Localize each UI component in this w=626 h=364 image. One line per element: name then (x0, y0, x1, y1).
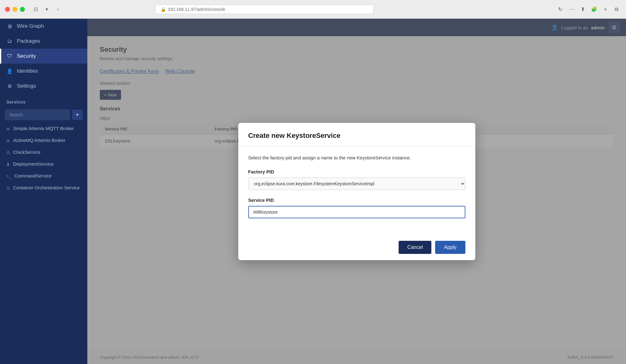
factory-pid-label: Factory PID (248, 169, 465, 174)
terminal-icon: >_ (6, 174, 11, 179)
menu-icon[interactable]: ⋯ (567, 5, 576, 14)
service-pid-group: Service PID (248, 197, 465, 218)
browser-controls: ⊡ ▾ ‹ (31, 5, 62, 14)
close-traffic-light[interactable] (5, 7, 10, 12)
modal-footer: Cancel Apply (238, 235, 475, 260)
sidebar-item-container-orchestration[interactable]: ⊙ Container Orchestration Service (0, 182, 87, 194)
packages-icon: 🗂 (6, 38, 13, 44)
container-icon: ⊙ (6, 186, 10, 191)
services-section-label: Services (0, 94, 87, 107)
service-label: CommandService (14, 173, 51, 178)
add-service-button[interactable]: + (72, 110, 82, 120)
sidebar-item-command-service[interactable]: >_ CommandService (0, 170, 87, 182)
minimize-traffic-light[interactable] (12, 7, 17, 12)
sidebar-item-settings[interactable]: ⚙ Settings (0, 79, 87, 94)
sidebar-item-packages[interactable]: 🗂 Packages (0, 34, 87, 49)
chevron-down-btn[interactable]: ▾ (42, 5, 51, 14)
service-label: ClockService (13, 149, 41, 155)
main-content: 👤 Logged in as admin ⚙ Security Review a… (87, 19, 626, 364)
sidebar-item-identities[interactable]: 👤 Identities (0, 64, 87, 79)
services-search-row: + (0, 107, 87, 123)
sidebar-item-label: Identities (17, 68, 38, 74)
modal-header: Create new KeystoreService (238, 123, 475, 146)
back-btn[interactable]: ‹ (54, 5, 62, 14)
service-label: DeploymentService (13, 161, 54, 167)
address-bar[interactable]: 🔒 192.168.11.97/admin/console (155, 5, 374, 14)
activemq-icon: ≋ (6, 138, 10, 143)
sidebar-item-activemq[interactable]: ≋ ActiveMQ Artemis Broker (0, 134, 87, 146)
mqtt-icon: ≋ (6, 126, 10, 131)
wire-graph-icon: ⊞ (6, 23, 13, 29)
service-pid-label: Service PID (248, 197, 465, 203)
sidebar-item-label: Packages (17, 38, 40, 44)
sidebar-item-label: Wire Graph (17, 23, 44, 29)
user-icon: 👤 (6, 68, 13, 74)
search-input[interactable] (5, 109, 70, 120)
refresh-icon[interactable]: ↻ (556, 5, 565, 14)
apply-button[interactable]: Apply (435, 241, 465, 254)
service-label: Container Orchestration Service (13, 185, 80, 190)
sidebar-item-label: Security (17, 53, 36, 59)
app-container: ⊞ Wire Graph 🗂 Packages 🛡 Security 👤 Ide… (0, 19, 626, 364)
factory-pid-group: Factory PID org.eclipse.kura.core.keysto… (248, 169, 465, 190)
sidebar-item-clock-service[interactable]: ⊙ ClockService (0, 146, 87, 158)
tile-icon[interactable]: ⧉ (612, 5, 621, 14)
service-label: Simple Artemis MQTT Broker (13, 126, 74, 131)
sidebar: ⊞ Wire Graph 🗂 Packages 🛡 Security 👤 Ide… (0, 19, 87, 364)
modal-title: Create new KeystoreService (248, 132, 465, 140)
service-label: ActiveMQ Artemis Broker (13, 138, 66, 143)
create-keystore-modal: Create new KeystoreService Select the fa… (238, 123, 475, 260)
sidebar-item-deployment-service[interactable]: ⬇ DeploymentService (0, 158, 87, 170)
share-icon[interactable]: ⬆ (579, 5, 587, 14)
traffic-lights (5, 7, 25, 12)
browser-right-controls: ↻ ⋯ ⬆ 🧩 + ⧉ (556, 5, 621, 14)
factory-pid-select[interactable]: org.eclipse.kura.core.keystore.Filesyste… (248, 177, 465, 190)
modal-body: Select the factory pid and assign a name… (238, 146, 475, 235)
sidebar-item-security[interactable]: 🛡 Security (0, 49, 87, 64)
lock-icon: 🔒 (161, 7, 166, 12)
cancel-button[interactable]: Cancel (399, 241, 432, 254)
maximize-traffic-light[interactable] (20, 7, 25, 12)
sidebar-item-label: Settings (17, 83, 36, 89)
gear-icon: ⚙ (6, 83, 13, 89)
address-text: 192.168.11.97/admin/console (168, 7, 225, 12)
shield-icon: 🛡 (6, 53, 13, 59)
sidebar-item-simple-artemis[interactable]: ≋ Simple Artemis MQTT Broker (0, 123, 87, 134)
service-pid-input[interactable] (248, 206, 465, 218)
browser-chrome: ⊡ ▾ ‹ 🔒 192.168.11.97/admin/console ↻ ⋯ … (0, 0, 626, 19)
modal-description: Select the factory pid and assign a name… (248, 155, 465, 160)
add-tab-icon[interactable]: + (601, 5, 610, 14)
download-icon: ⬇ (6, 162, 10, 167)
sidebar-item-wire-graph[interactable]: ⊞ Wire Graph (0, 19, 87, 34)
modal-overlay[interactable]: Create new KeystoreService Select the fa… (87, 19, 626, 364)
clock-icon: ⊙ (6, 150, 10, 155)
extensions-icon[interactable]: 🧩 (590, 5, 599, 14)
sidebar-toggle-btn[interactable]: ⊡ (31, 5, 40, 14)
